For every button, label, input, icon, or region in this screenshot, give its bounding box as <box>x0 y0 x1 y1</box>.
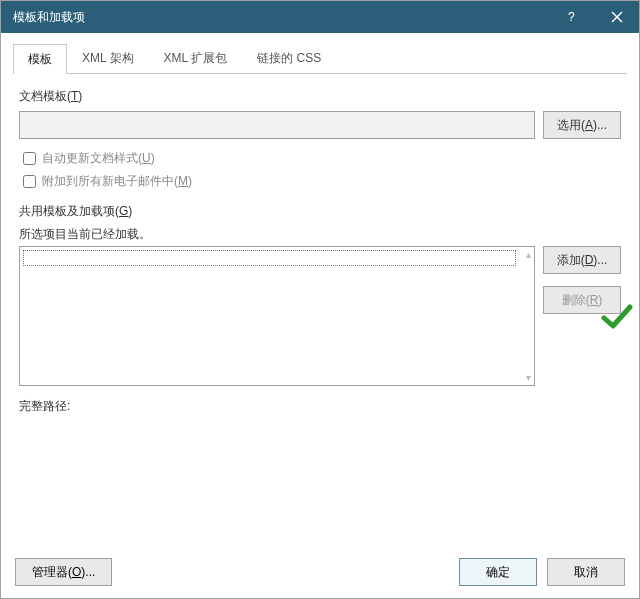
attach-mail-checkbox[interactable] <box>23 175 36 188</box>
doc-template-label: 文档模板(T) <box>19 88 621 105</box>
fullpath-label: 完整路径: <box>19 398 621 415</box>
doc-template-input[interactable] <box>19 111 535 139</box>
attach-mail-checkbox-row[interactable]: 附加到所有新电子邮件中(M) <box>19 170 621 193</box>
scroll-down-icon: ▾ <box>526 372 531 383</box>
help-button[interactable]: ? <box>549 1 594 33</box>
titlebar: 模板和加载项 ? <box>1 1 639 33</box>
auto-update-checkbox-row[interactable]: 自动更新文档样式(U) <box>19 147 621 170</box>
shared-templates-listbox[interactable]: ▴ ▾ <box>19 246 535 386</box>
dialog-footer: 管理器(O)... 确定 取消 <box>1 546 639 598</box>
svg-text:?: ? <box>568 10 575 24</box>
shared-status-text: 所选项目当前已经加载。 <box>19 226 621 243</box>
dialog-title: 模板和加载项 <box>13 9 549 26</box>
auto-update-label: 自动更新文档样式(U) <box>42 150 155 167</box>
auto-update-checkbox[interactable] <box>23 152 36 165</box>
cancel-button[interactable]: 取消 <box>547 558 625 586</box>
close-button[interactable] <box>594 1 639 33</box>
tab-xml-schema[interactable]: XML 架构 <box>67 43 149 73</box>
tab-templates[interactable]: 模板 <box>13 44 67 74</box>
add-template-button[interactable]: 添加(D)... <box>543 246 621 274</box>
organizer-button[interactable]: 管理器(O)... <box>15 558 112 586</box>
select-template-button[interactable]: 选用(A)... <box>543 111 621 139</box>
dialog-body: 文档模板(T) 选用(A)... 自动更新文档样式(U) 附加到所有新电子邮件中… <box>1 74 639 546</box>
remove-template-button[interactable]: 删除(R) <box>543 286 621 314</box>
shared-templates-label: 共用模板及加载项(G) <box>19 203 621 220</box>
scroll-up-icon: ▴ <box>526 249 531 260</box>
tab-linked-css[interactable]: 链接的 CSS <box>242 43 336 73</box>
list-selection-marker <box>23 250 516 266</box>
tab-xml-expansion[interactable]: XML 扩展包 <box>149 43 243 73</box>
attach-mail-label: 附加到所有新电子邮件中(M) <box>42 173 192 190</box>
dialog-templates-addins: 模板和加载项 ? 模板 XML 架构 XML 扩展包 链接的 CSS 文档模板(… <box>0 0 640 599</box>
ok-button[interactable]: 确定 <box>459 558 537 586</box>
tabs-container: 模板 XML 架构 XML 扩展包 链接的 CSS <box>1 33 639 74</box>
